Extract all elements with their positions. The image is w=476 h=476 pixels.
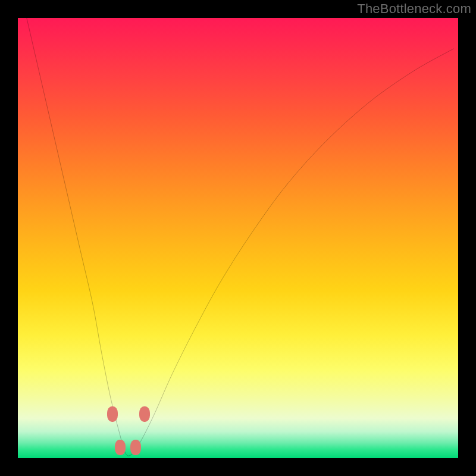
curve-svg (18, 18, 458, 458)
watermark-text: TheBottleneck.com (357, 1, 471, 17)
bottleneck-curve (27, 18, 454, 456)
plot-area (18, 18, 458, 458)
chart-frame: TheBottleneck.com (0, 0, 476, 476)
